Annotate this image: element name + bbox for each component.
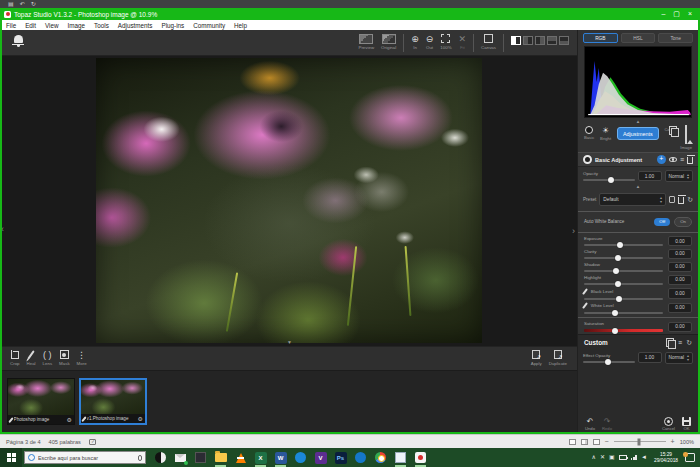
menu-view[interactable]: View bbox=[45, 22, 59, 29]
histogram-collapse-arrow[interactable]: ▲ bbox=[578, 118, 698, 125]
minimize-button[interactable]: – bbox=[661, 9, 665, 19]
menu-edit[interactable]: Edit bbox=[25, 22, 36, 29]
saturation-value[interactable]: 0.00 bbox=[668, 322, 692, 333]
right-panel-collapse-arrow[interactable]: › bbox=[572, 226, 575, 236]
gear-icon[interactable]: ⚙ bbox=[67, 417, 72, 423]
basic-adjustment-header[interactable]: Basic Adjustment + ≡ bbox=[578, 152, 698, 167]
zoom-out-minus[interactable]: − bbox=[605, 438, 609, 445]
taskbar-photos-app[interactable] bbox=[394, 451, 407, 464]
view-split-bottom-button[interactable] bbox=[559, 36, 569, 45]
taskbar-word[interactable]: W bbox=[274, 451, 287, 464]
pen-icon[interactable] bbox=[582, 288, 588, 295]
notifications-bell-icon[interactable] bbox=[12, 35, 24, 49]
bottom-collapse-arrow[interactable]: ▼ bbox=[287, 339, 292, 345]
section-collapse-arrow[interactable]: ▲ bbox=[578, 183, 698, 190]
black-level-slider[interactable] bbox=[584, 298, 663, 300]
effect-opacity-slider[interactable] bbox=[583, 361, 635, 363]
app-titlebar[interactable]: Topaz Studio V1.3.2 - Photoshop image @ … bbox=[0, 8, 700, 20]
canvas-button[interactable]: Canvas bbox=[481, 33, 496, 50]
reset-icon[interactable]: ↻ bbox=[686, 339, 692, 346]
filmstrip-thumb-1[interactable]: Photoshop image ⚙ bbox=[7, 378, 75, 425]
effect-blend-mode-select[interactable]: Normal ▴▾ bbox=[665, 352, 693, 364]
taskbar-cortana-app[interactable] bbox=[154, 451, 167, 464]
taskbar-mail-app[interactable] bbox=[174, 451, 187, 464]
blend-mode-select[interactable]: Normal ▴▾ bbox=[665, 170, 693, 182]
apply-button[interactable]: Apply bbox=[531, 349, 542, 366]
mask-tool-button[interactable]: Mask bbox=[59, 349, 70, 366]
nav-basic-button[interactable]: Basic bbox=[584, 126, 594, 140]
clarity-value[interactable]: 0.00 bbox=[668, 249, 692, 260]
volume-icon[interactable]: ◄ bbox=[641, 454, 647, 461]
crop-tool-button[interactable]: Crop bbox=[10, 349, 20, 366]
lens-tool-button[interactable]: ( ) Lens bbox=[43, 349, 53, 366]
exposure-slider[interactable] bbox=[584, 244, 663, 246]
read-mode-icon[interactable] bbox=[569, 439, 576, 445]
taskbar-clock[interactable]: 15:29 29/04/2018 bbox=[651, 452, 681, 463]
left-panel-collapse-arrow[interactable]: ‹ bbox=[1, 224, 4, 234]
more-tools-button[interactable]: ⋮ More bbox=[77, 349, 87, 366]
maximize-button[interactable]: ▢ bbox=[673, 9, 680, 19]
taskbar-edge[interactable] bbox=[354, 451, 367, 464]
page-indicator[interactable]: Página 3 de 4 bbox=[6, 439, 41, 445]
gear-icon[interactable]: ⚙ bbox=[138, 416, 143, 422]
save-icon[interactable]: ▤ bbox=[8, 1, 14, 7]
taskbar-photoshop[interactable]: Ps bbox=[334, 451, 347, 464]
redo-button[interactable]: ↷ Redo bbox=[602, 417, 612, 431]
menu-tools[interactable]: Tools bbox=[94, 22, 109, 29]
view-split-top-button[interactable] bbox=[547, 36, 557, 45]
highlight-value[interactable]: 0.00 bbox=[668, 275, 692, 286]
clarity-slider[interactable] bbox=[584, 257, 663, 259]
taskbar-excel[interactable]: X bbox=[254, 451, 267, 464]
black-level-value[interactable]: 0.00 bbox=[668, 288, 692, 299]
visibility-eye-icon[interactable] bbox=[669, 157, 677, 162]
undo-button[interactable]: ↶ Undo bbox=[585, 417, 595, 431]
reset-preset-icon[interactable]: ↻ bbox=[687, 196, 693, 203]
redo-icon[interactable]: ↻ bbox=[31, 1, 36, 7]
nav-adjustments-button[interactable]: Adjustments bbox=[617, 126, 659, 140]
awb-on-toggle[interactable]: On bbox=[674, 217, 692, 227]
zoom-in-plus[interactable]: + bbox=[671, 438, 675, 445]
panel-menu-icon[interactable]: ≡ bbox=[680, 156, 684, 163]
effect-opacity-value[interactable]: 1.00 bbox=[638, 352, 662, 363]
taskbar-onedrive[interactable] bbox=[294, 451, 307, 464]
nav-color-button[interactable]: Color bbox=[664, 126, 674, 132]
tray-show-hidden-icon[interactable]: ∧ bbox=[592, 454, 596, 461]
taskbar-chrome[interactable] bbox=[374, 451, 387, 464]
battery-icon[interactable] bbox=[619, 455, 627, 460]
zoom-out-button[interactable]: ⊖ Out bbox=[426, 33, 434, 50]
ok-button[interactable]: OK bbox=[682, 417, 691, 431]
tray-shield-icon[interactable]: ▣ bbox=[609, 454, 615, 461]
zoom-in-button[interactable]: ⊕ In bbox=[411, 33, 419, 50]
undo-icon[interactable]: ↶ bbox=[20, 1, 25, 7]
menu-help[interactable]: Help bbox=[234, 22, 247, 29]
opacity-value[interactable]: 1.00 bbox=[638, 171, 662, 182]
exposure-value[interactable]: 0.00 bbox=[668, 236, 692, 247]
zoom-slider[interactable] bbox=[614, 441, 666, 443]
taskbar-vscode[interactable]: V bbox=[314, 451, 327, 464]
tab-rgb[interactable]: RGB bbox=[583, 33, 618, 43]
tab-hsl[interactable]: HSL bbox=[621, 33, 656, 43]
photo-canvas[interactable] bbox=[96, 58, 482, 343]
saturation-slider[interactable] bbox=[584, 329, 663, 332]
tray-app-icon[interactable]: ✕ bbox=[600, 454, 605, 461]
duplicate-button[interactable]: Duplicate bbox=[549, 349, 567, 366]
taskbar-vlc[interactable] bbox=[234, 451, 247, 464]
taskbar-store-app[interactable] bbox=[194, 451, 207, 464]
microphone-icon[interactable] bbox=[138, 455, 142, 461]
shadow-value[interactable]: 0.00 bbox=[668, 262, 692, 273]
highlight-slider[interactable] bbox=[584, 283, 663, 285]
shadow-slider[interactable] bbox=[584, 270, 663, 272]
zoom-100-button[interactable]: 100% bbox=[440, 33, 451, 50]
view-split-right-button[interactable] bbox=[535, 36, 545, 45]
taskbar-search-input[interactable]: Escribe aquí para buscar bbox=[24, 451, 146, 464]
close-button[interactable]: × bbox=[688, 9, 692, 19]
cancel-button[interactable]: Cancel bbox=[662, 417, 675, 431]
print-layout-icon[interactable] bbox=[581, 439, 588, 445]
original-button[interactable]: Original bbox=[381, 33, 396, 50]
menu-image[interactable]: Image bbox=[68, 22, 86, 29]
zoom-percent[interactable]: 100% bbox=[680, 439, 694, 445]
pen-icon[interactable] bbox=[582, 302, 588, 309]
nav-image-button[interactable]: Image bbox=[680, 126, 692, 150]
nav-bright-button[interactable]: ☀ Bright bbox=[600, 126, 611, 141]
save-preset-icon[interactable] bbox=[669, 196, 675, 203]
